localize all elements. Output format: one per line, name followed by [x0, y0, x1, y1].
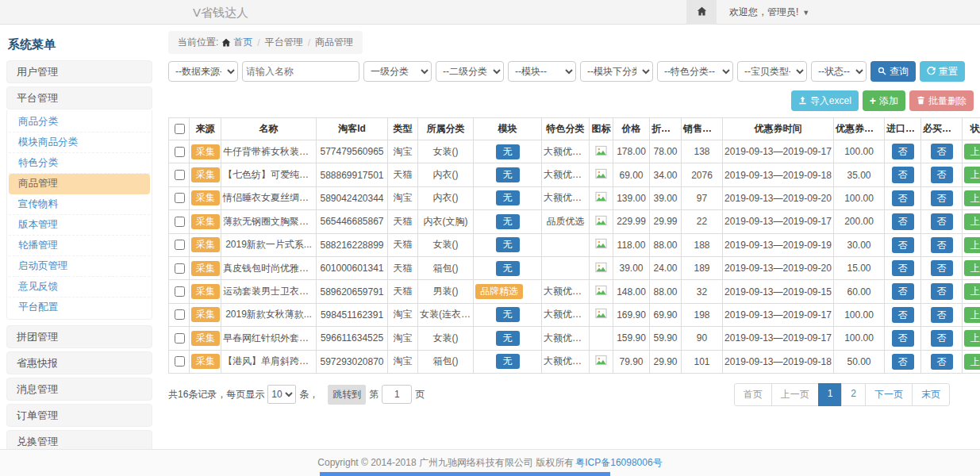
import-toggle-button[interactable]: 否: [892, 213, 914, 229]
add-button[interactable]: + 添加: [863, 90, 905, 111]
pager-末页[interactable]: 末页: [912, 383, 950, 406]
sidebar-item-订单管理[interactable]: 订单管理: [6, 404, 152, 427]
sidebar-item-平台管理[interactable]: 平台管理: [6, 86, 152, 109]
row-checkbox[interactable]: [175, 240, 185, 250]
import-excel-button[interactable]: 导入excel: [791, 90, 859, 111]
item-type-filter[interactable]: --宝贝类型--: [737, 61, 807, 82]
sidebar-subitem-商品管理[interactable]: 商品管理: [9, 174, 150, 194]
page-number-input[interactable]: [382, 385, 412, 404]
import-toggle-button[interactable]: 否: [892, 283, 914, 299]
row-checkbox[interactable]: [175, 170, 185, 180]
pager-首页[interactable]: 首页: [734, 383, 772, 406]
cell-source: 采集: [190, 327, 221, 350]
cell-feature: 大额优惠券: [542, 140, 590, 163]
cell-category: 内衣(文胸): [418, 210, 474, 233]
must-buy-toggle-button[interactable]: 否: [931, 213, 953, 229]
level1-category-filter[interactable]: 一级分类: [363, 61, 432, 82]
import-toggle-button[interactable]: 否: [892, 260, 914, 276]
import-toggle-button[interactable]: 否: [892, 144, 914, 159]
pager-1[interactable]: 1: [818, 383, 843, 406]
must-buy-toggle-button[interactable]: 否: [931, 167, 953, 182]
must-buy-toggle-button[interactable]: 否: [931, 283, 953, 299]
column-header-状态: 状态: [963, 118, 980, 140]
pager-2[interactable]: 2: [841, 383, 866, 406]
status-button[interactable]: 上架: [964, 330, 980, 346]
sidebar-item-省惠快报[interactable]: 省惠快报: [6, 351, 152, 374]
sidebar-subitem-意见反馈[interactable]: 意见反馈: [9, 277, 150, 298]
user-menu[interactable]: 欢迎您，管理员! ▼: [729, 6, 809, 19]
row-checkbox[interactable]: [175, 309, 185, 320]
row-checkbox[interactable]: [175, 333, 185, 344]
row-checkbox[interactable]: [175, 356, 185, 367]
reset-button[interactable]: 重置: [920, 61, 965, 82]
sidebar-subitem-平台配置[interactable]: 平台配置: [9, 298, 150, 317]
must-buy-toggle-button[interactable]: 否: [931, 260, 953, 276]
breadcrumb-home-link[interactable]: 首页: [221, 36, 252, 49]
status-button[interactable]: 上架: [964, 167, 980, 182]
import-toggle-button[interactable]: 否: [892, 237, 914, 253]
must-buy-toggle-button[interactable]: 否: [931, 354, 953, 370]
cell-select: [169, 233, 190, 256]
must-buy-toggle-button[interactable]: 否: [931, 307, 953, 323]
status-button[interactable]: 上架: [964, 237, 980, 253]
status-button[interactable]: 上架: [964, 283, 980, 299]
cell-module: 无: [474, 233, 542, 256]
sidebar-item-拼团管理[interactable]: 拼团管理: [6, 325, 152, 348]
sidebar-subitem-版本管理[interactable]: 版本管理: [9, 215, 150, 236]
pager-下一页[interactable]: 下一页: [865, 383, 913, 406]
product-thumbnail: [595, 240, 607, 251]
import-toggle-button[interactable]: 否: [892, 307, 914, 323]
status-button[interactable]: 上架: [964, 354, 980, 370]
module-filter[interactable]: --模块--: [508, 61, 576, 82]
cell-import-select: 否: [885, 140, 921, 163]
cell-status: 上架: [963, 163, 980, 186]
sidebar-subitem-模块商品分类[interactable]: 模块商品分类: [9, 132, 150, 153]
batch-delete-button[interactable]: 批量删除: [909, 90, 974, 111]
sidebar-item-用户管理[interactable]: 用户管理: [6, 60, 152, 83]
name-input[interactable]: [242, 61, 359, 82]
must-buy-toggle-button[interactable]: 否: [931, 237, 953, 253]
bottom-scrollbar[interactable]: [320, 472, 610, 476]
sidebar-subitem-轮播管理[interactable]: 轮播管理: [9, 236, 150, 256]
feature-filter[interactable]: --特色分类--: [657, 61, 733, 82]
page-size-select[interactable]: 10: [267, 385, 296, 404]
import-toggle-button[interactable]: 否: [892, 167, 914, 182]
status-button[interactable]: 上架: [964, 260, 980, 276]
must-buy-toggle-button[interactable]: 否: [931, 190, 953, 206]
cell-module: 无: [474, 140, 542, 163]
must-buy-toggle-button[interactable]: 否: [931, 330, 953, 346]
status-button[interactable]: 上架: [964, 190, 980, 206]
cell-status: 上架: [963, 140, 980, 163]
import-toggle-button[interactable]: 否: [892, 330, 914, 346]
status-button[interactable]: 上架: [964, 213, 980, 229]
row-checkbox[interactable]: [175, 217, 185, 227]
select-all-checkbox[interactable]: [175, 124, 185, 134]
sidebar-subitem-启动页管理[interactable]: 启动页管理: [9, 256, 150, 277]
row-checkbox[interactable]: [175, 286, 185, 297]
must-buy-toggle-button[interactable]: 否: [931, 144, 953, 159]
module-sub-filter[interactable]: --模块下分类--: [580, 61, 653, 82]
import-toggle-button[interactable]: 否: [892, 354, 914, 370]
source-filter[interactable]: --数据来源--: [168, 61, 238, 82]
row-checkbox[interactable]: [175, 193, 185, 203]
sidebar-subitem-特色分类[interactable]: 特色分类: [9, 153, 150, 174]
product-thumbnail: [595, 194, 607, 205]
jump-button[interactable]: 跳转到: [328, 385, 366, 405]
cell-sales: 188: [682, 233, 723, 256]
sidebar-subitem-宣传物料[interactable]: 宣传物料: [9, 194, 150, 215]
sidebar-subitem-商品分类[interactable]: 商品分类: [9, 112, 150, 132]
status-button[interactable]: 上架: [964, 307, 980, 323]
level2-category-filter[interactable]: --二级分类--: [436, 61, 504, 82]
row-checkbox[interactable]: [175, 263, 185, 274]
sidebar-item-消息管理[interactable]: 消息管理: [6, 378, 152, 401]
row-checkbox[interactable]: [175, 147, 185, 157]
search-button[interactable]: 查询: [870, 61, 916, 82]
status-filter[interactable]: --状态--: [811, 61, 867, 82]
cell-taoke-id: 596611634525: [317, 327, 388, 350]
pager-上一页[interactable]: 上一页: [771, 383, 819, 406]
status-button[interactable]: 上架: [964, 144, 980, 159]
import-toggle-button[interactable]: 否: [892, 190, 914, 206]
icp-link[interactable]: 粤ICP备16098006号: [575, 456, 662, 470]
module-none-badge: 无: [496, 167, 520, 182]
home-button[interactable]: [686, 0, 717, 25]
